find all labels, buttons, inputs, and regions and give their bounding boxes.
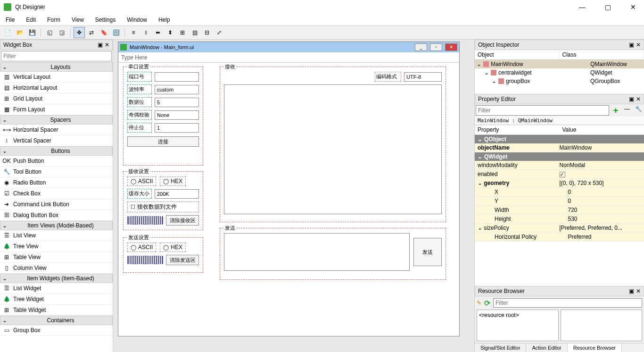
group-sendset[interactable]: 发送设置 ◯ ASCII ◯ HEX 清除发送区 (123, 237, 203, 273)
layout-form-icon[interactable]: ▤ (189, 27, 200, 38)
float-icon[interactable]: ▣ (629, 96, 634, 102)
group-serial[interactable]: 串口设置 端口号波特率custom数据位5奇偶校验None停止位1 连接 (123, 67, 203, 166)
layout-hsplit-icon[interactable]: ⬌ (152, 27, 164, 38)
prop-row[interactable]: ⌄ geometry[(0, 0), 720 x 530] (475, 179, 644, 188)
category-header[interactable]: ⌄Item Widgets (Item-Based) (0, 274, 113, 283)
widget-item[interactable]: ◉Radio Button (0, 177, 113, 188)
widget-item[interactable]: ☒Dialog Button Box (0, 210, 113, 221)
widget-box-filter[interactable] (1, 51, 112, 61)
remove-prop-icon[interactable]: — (622, 106, 632, 115)
edit-widgets-icon[interactable]: ✥ (74, 27, 85, 38)
recv-textarea[interactable] (224, 84, 442, 214)
reload-icon[interactable]: ⟳ (484, 299, 490, 308)
float-icon[interactable]: ▣ (629, 42, 634, 48)
property-filter[interactable] (476, 105, 609, 116)
tab-signal-slot-editor[interactable]: Signal/Slot Editor (475, 344, 526, 352)
menu-edit[interactable]: Edit (24, 16, 38, 24)
clear-send-button[interactable]: 清除发送区 (166, 255, 199, 265)
object-row[interactable]: ⌄centralwidgetQWidget (475, 68, 644, 77)
prop-category[interactable]: ⌄QObject (475, 135, 644, 143)
send-button[interactable]: 发送 (413, 238, 442, 266)
field-select[interactable]: custom (155, 85, 199, 94)
widget-item[interactable]: ☰List View (0, 230, 113, 241)
float-icon[interactable]: ▣ (98, 42, 103, 48)
close-panel-icon[interactable]: ✕ (105, 42, 109, 48)
prop-row[interactable]: objectNameMainWindow (475, 143, 644, 152)
menu-file[interactable]: File (4, 16, 17, 24)
object-row[interactable]: ⌄groupBoxQGroupBox (475, 77, 644, 85)
radio-ascii-send[interactable]: ◯ ASCII (127, 243, 156, 252)
minimize-button[interactable]: — (575, 3, 589, 11)
open-icon[interactable]: 📂 (14, 27, 25, 38)
close-panel-icon[interactable]: ✕ (636, 42, 641, 48)
category-header[interactable]: ⌄Containers (0, 316, 113, 325)
connect-button[interactable]: 连接 (127, 136, 199, 147)
menu-view[interactable]: View (70, 16, 86, 24)
category-header[interactable]: ⌄Item Views (Model-Based) (0, 221, 113, 230)
widget-item[interactable]: ⊞Table View (0, 252, 113, 263)
resource-tree[interactable]: <resource root> (477, 310, 559, 341)
edit-tab-order-icon[interactable]: 🔢 (110, 27, 122, 38)
prop-row[interactable]: X0 (475, 188, 644, 197)
radio-hex[interactable]: ◯ HEX (160, 176, 186, 186)
property-tree[interactable]: ⌄QObjectobjectNameMainWindow⌄QWidgetwind… (475, 135, 644, 286)
design-maximize-button[interactable]: ▫ (430, 43, 442, 51)
category-header[interactable]: ⌄Buttons (0, 146, 113, 156)
group-recvset[interactable]: 接收设置 ◯ ASCII ◯ HEX 缓存大小200K ☐ 接收数据到文件 清除… (123, 171, 203, 230)
layout-v-icon[interactable]: ⫴ (140, 27, 151, 38)
widget-item[interactable]: ▤Horizontal Layout (0, 83, 113, 93)
design-close-button[interactable]: ✕ (445, 43, 457, 51)
enc-select[interactable]: UTF-8 (404, 72, 442, 82)
radio-ascii[interactable]: ◯ ASCII (127, 176, 156, 186)
object-row[interactable]: ⌄MainWindowQMainWindow (475, 60, 644, 68)
widget-item[interactable]: ▥Vertical Layout (0, 72, 113, 83)
group-recv[interactable]: 接收 编码格式 UTF-8 (220, 67, 446, 222)
radio-hex-send[interactable]: ◯ HEX (160, 243, 186, 252)
maximize-button[interactable]: ▢ (601, 3, 615, 11)
tab-resource-browser[interactable]: Resource Browser (568, 344, 622, 352)
prop-row[interactable]: enabled (475, 170, 644, 179)
edit-signals-icon[interactable]: ⇄ (86, 27, 97, 38)
menu-form[interactable]: Form (45, 16, 62, 24)
close-button[interactable]: ✕ (626, 3, 640, 11)
field-select[interactable]: 5 (155, 98, 199, 107)
send-back-icon[interactable]: ◱ (44, 27, 55, 38)
save-icon[interactable]: 💾 (26, 27, 38, 38)
prop-row[interactable]: Y0 (475, 197, 644, 206)
save-file-checkbox[interactable]: ☐ 接收数据到文件 (127, 201, 199, 212)
menu-window[interactable]: Window (125, 16, 149, 24)
bring-front-icon[interactable]: ◲ (56, 27, 67, 38)
break-layout-icon[interactable]: ⊟ (201, 27, 213, 38)
prop-row[interactable]: Width720 (475, 206, 644, 215)
resource-filter[interactable] (493, 298, 642, 308)
adjust-size-icon[interactable]: ⤢ (214, 27, 225, 38)
widget-item[interactable]: ☰List Widget (0, 283, 113, 294)
prop-category[interactable]: ⌄QWidget (475, 152, 644, 161)
new-icon[interactable]: 📄 (2, 27, 13, 38)
category-header[interactable]: ⌄Spacers (0, 115, 113, 125)
widget-item[interactable]: ▦Form Layout (0, 104, 113, 115)
field-select[interactable] (155, 72, 199, 82)
widget-item[interactable]: ⊞Grid Layout (0, 93, 113, 104)
layout-vsplit-icon[interactable]: ⬍ (165, 27, 176, 38)
widget-item[interactable]: ↕Vertical Spacer (0, 135, 113, 146)
clear-recv-button[interactable]: 清除接收区 (166, 215, 199, 226)
prop-row[interactable]: ⌄ sizePolicy[Preferred, Preferred, 0... (475, 224, 644, 233)
add-prop-icon[interactable]: + (611, 106, 620, 115)
field-select[interactable]: None (155, 110, 199, 120)
widget-item[interactable]: ▯Column View (0, 263, 113, 274)
send-textarea[interactable] (224, 233, 410, 271)
float-icon[interactable]: ▣ (629, 288, 634, 294)
design-canvas[interactable]: MainWindow - Main_form.ui _ ▫ ✕ Type Her… (113, 40, 474, 352)
wrench-icon[interactable]: 🔧 (634, 106, 643, 115)
prop-row[interactable]: Horizontal PolicyPreferred (475, 233, 644, 242)
widget-item[interactable]: 🌲Tree View (0, 241, 113, 252)
design-minimize-button[interactable]: _ (415, 43, 427, 51)
prop-row[interactable]: Height530 (475, 215, 644, 224)
group-send[interactable]: 发送 发送 (220, 228, 446, 280)
widget-item[interactable]: ⊞Table Widget (0, 305, 113, 316)
widget-item[interactable]: ☑Check Box (0, 188, 113, 199)
object-inspector-tree[interactable]: ⌄MainWindowQMainWindow⌄centralwidgetQWid… (475, 60, 644, 94)
widget-item[interactable]: ⟷Horizontal Spacer (0, 125, 113, 135)
layout-grid-icon[interactable]: ⊞ (177, 27, 188, 38)
